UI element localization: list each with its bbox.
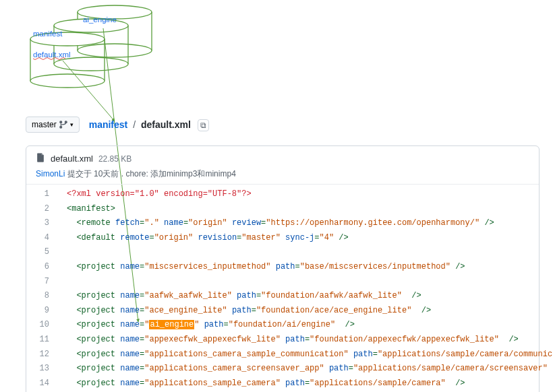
line-number: 3: [26, 216, 60, 231]
line-number: 7: [26, 275, 60, 290]
breadcrumb: manifest / default.xml ⧉: [89, 119, 209, 130]
breadcrumb-root[interactable]: manifest: [89, 119, 128, 130]
code-line: 9 <project name="ace_engine_lite" path="…: [26, 304, 539, 319]
line-content: <project name="ai_engine" path="foundati…: [60, 318, 355, 333]
commit-author[interactable]: SimonLi: [36, 169, 65, 178]
line-number: 13: [26, 362, 60, 377]
file-name: default.xml: [51, 154, 93, 164]
line-content: <manifest>: [60, 202, 115, 217]
line-content: <project name="aafwk_aafwk_lite" path="f…: [60, 289, 421, 304]
breadcrumb-current: default.xml: [141, 119, 191, 130]
commit-prefix: 提交于: [67, 169, 92, 178]
code-line: 6 <project name="miscservices_inputmetho…: [26, 260, 539, 275]
line-content: <?xml version="1.0" encoding="UTF-8"?>: [60, 187, 252, 202]
svg-point-5: [30, 74, 105, 88]
file-size: 22.85 KB: [98, 154, 132, 164]
file-commit-info: SimonLi 提交于 10天前 . chore: 添加minimp3和mini…: [36, 164, 529, 180]
line-number: 9: [26, 304, 60, 319]
line-number: 10: [26, 318, 60, 333]
code-line: 1<?xml version="1.0" encoding="UTF-8"?>: [26, 187, 539, 202]
code-line: 7: [26, 275, 539, 290]
line-content: <remote fetch="." name="origin" review="…: [60, 216, 494, 231]
line-content: [60, 275, 67, 290]
code-area: 1<?xml version="1.0" encoding="UTF-8"?>2…: [26, 185, 539, 392]
breadcrumb-row: master ▾ manifest / default.xml ⧉: [26, 117, 209, 133]
code-line: 2<manifest>: [26, 202, 539, 217]
code-line: 13 <project name="applications_camera_sc…: [26, 362, 539, 377]
line-number: 8: [26, 289, 60, 304]
line-number: 2: [26, 202, 60, 217]
line-number: 11: [26, 333, 60, 348]
branch-label: master: [32, 120, 57, 129]
file-icon: [36, 153, 45, 164]
file-header: default.xml 22.85 KB SimonLi 提交于 10天前 . …: [26, 146, 539, 185]
line-content: <default remote="origin" revision="maste…: [60, 231, 349, 246]
caret-down-icon: ▾: [70, 121, 74, 128]
line-content: <project name="applications_sample_camer…: [60, 377, 465, 391]
code-line: 8 <project name="aafwk_aafwk_lite" path=…: [26, 289, 539, 304]
diagram-area: ai_engine manifest default.xml: [24, 0, 172, 101]
code-line: 14 <project name="applications_sample_ca…: [26, 377, 539, 391]
cylinder-label-manifest: manifest: [33, 30, 63, 38]
breadcrumb-separator: /: [133, 119, 136, 130]
commit-time: 10天前: [94, 169, 119, 178]
svg-point-3: [54, 57, 128, 71]
code-line: 4 <default remote="origin" revision="mas…: [26, 231, 539, 246]
line-number: 4: [26, 231, 60, 246]
line-number: 14: [26, 377, 60, 391]
code-line: 12 <project name="applications_camera_sa…: [26, 348, 539, 362]
copy-path-icon[interactable]: ⧉: [198, 119, 209, 131]
line-number: 12: [26, 348, 60, 362]
line-number: 5: [26, 245, 60, 260]
code-line: 5: [26, 245, 539, 260]
line-number: 6: [26, 260, 60, 275]
branch-selector[interactable]: master ▾: [26, 117, 80, 133]
line-content: <project name="ace_engine_lite" path="fo…: [60, 304, 431, 319]
code-line: 3 <remote fetch="." name="origin" review…: [26, 216, 539, 231]
svg-point-1: [78, 44, 152, 57]
line-content: <project name="miscservices_inputmethod"…: [60, 260, 465, 275]
line-content: <project name="applications_camera_scree…: [60, 362, 553, 377]
line-content: <project name="appexecfwk_appexecfwk_lit…: [60, 333, 519, 348]
code-line: 11 <project name="appexecfwk_appexecfwk_…: [26, 333, 539, 348]
line-content: <project name="applications_camera_sampl…: [60, 348, 553, 362]
branch-icon: [59, 121, 67, 129]
cylinder-label-ai: ai_engine: [83, 15, 117, 24]
line-content: [60, 245, 67, 260]
code-line: 10 <project name="ai_engine" path="found…: [26, 318, 539, 333]
line-number: 1: [26, 187, 60, 202]
commit-message: chore: 添加minimp3和minimp4: [125, 169, 235, 178]
file-box: default.xml 22.85 KB SimonLi 提交于 10天前 . …: [26, 145, 540, 392]
